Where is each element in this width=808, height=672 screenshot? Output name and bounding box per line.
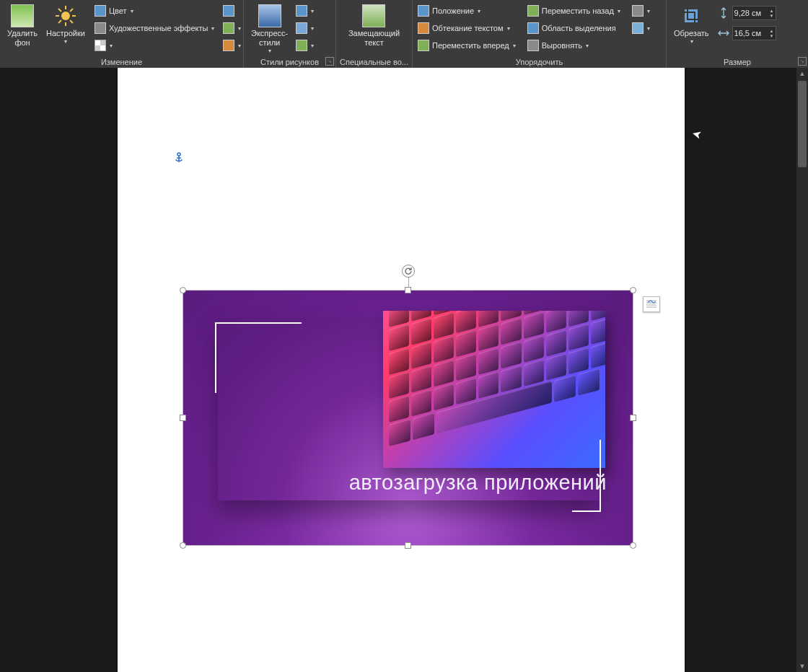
artistic-icon: [95, 22, 106, 34]
svg-line-7: [70, 9, 73, 12]
width-icon: [718, 27, 729, 39]
scroll-up-button[interactable]: ▲: [796, 68, 808, 79]
svg-rect-9: [685, 9, 698, 22]
rotate-button[interactable]: ▾: [630, 20, 652, 36]
vertical-scrollbar[interactable]: ▲ ▼: [796, 68, 808, 672]
group-icon: [632, 5, 644, 17]
picture-border-button[interactable]: ▾: [294, 3, 316, 19]
sun-icon: [55, 5, 76, 27]
document-area: автозагрузка приложений ▲ ▼ ➤: [0, 68, 808, 672]
anchor-icon: [174, 152, 184, 166]
wrap-text-button[interactable]: Обтекание текстом▾: [416, 20, 518, 36]
group-objects-button[interactable]: ▾: [630, 3, 652, 19]
styles-launcher[interactable]: ↘: [325, 57, 334, 66]
compress-icon: [223, 5, 234, 17]
rotate-handle[interactable]: [402, 265, 415, 278]
group-label-styles: Стили рисунков↘: [244, 56, 336, 68]
group-label-arrange: Упорядочить: [413, 56, 667, 68]
svg-line-5: [58, 9, 61, 12]
svg-point-10: [177, 153, 180, 156]
handle-l[interactable]: [180, 415, 186, 421]
group-accessibility: Замещающий текст: [336, 0, 413, 56]
crop-icon: [680, 5, 702, 27]
reset-picture-button[interactable]: ▾: [221, 37, 243, 53]
effects-icon: [296, 22, 307, 34]
align-icon: [527, 40, 539, 51]
svg-point-0: [61, 12, 70, 20]
handle-br[interactable]: [630, 542, 636, 549]
remove-bg-icon: [11, 4, 34, 27]
handle-bl[interactable]: [180, 542, 186, 549]
group-adjust: Удалить фон Настройки ▾: [0, 0, 244, 56]
scroll-thumb[interactable]: [798, 81, 807, 167]
mouse-cursor: ➤: [691, 127, 703, 143]
wrap-icon: [418, 22, 429, 34]
group-label-accessibility: Специальные во...: [336, 56, 413, 68]
position-icon: [418, 5, 429, 17]
remove-background-button[interactable]: Удалить фон: [3, 1, 42, 48]
height-spinner[interactable]: 9,28 см ▲▼: [732, 6, 776, 20]
rotate-icon: [632, 22, 644, 34]
crop-button[interactable]: Обрезать ▾: [669, 1, 713, 45]
layout-options-button[interactable]: [643, 296, 660, 312]
group-size: Обрезать ▾ 9,28 см ▲▼: [667, 0, 808, 56]
width-spinner[interactable]: 16,5 см ▲▼: [732, 26, 776, 40]
alt-text-button[interactable]: Замещающий текст: [344, 1, 404, 48]
color-button[interactable]: Цвет▾: [92, 3, 216, 19]
change-picture-button[interactable]: ▾: [221, 20, 243, 36]
selected-picture[interactable]: автозагрузка приложений: [183, 291, 633, 545]
alt-text-icon: [362, 4, 385, 27]
picture-content: автозагрузка приложений: [183, 291, 633, 545]
color-icon: [95, 5, 106, 17]
layout-icon: [296, 40, 307, 51]
send-backward-icon: [527, 5, 539, 17]
compress-pictures-button[interactable]: [221, 3, 243, 19]
send-backward-button[interactable]: Переместить назад▾: [525, 3, 623, 19]
svg-line-6: [70, 20, 73, 23]
selection-pane-button[interactable]: Область выделения: [525, 20, 623, 36]
quick-styles-icon: [258, 4, 281, 27]
ribbon: Удалить фон Настройки ▾: [0, 0, 808, 68]
group-arrange: Положение▾ Обтекание текстом▾ Переместит…: [413, 0, 667, 56]
group-label-adjust: Изменение: [0, 56, 244, 68]
handle-b[interactable]: [405, 542, 411, 549]
reset-icon: [223, 40, 234, 51]
bring-forward-button[interactable]: Переместить вперед▾: [416, 37, 518, 53]
handle-r[interactable]: [630, 415, 636, 421]
group-picture-styles: Экспресс- стили▾ ▾ ▾ ▾: [244, 0, 336, 56]
corrections-button[interactable]: Настройки ▾: [42, 1, 89, 45]
artistic-effects-button[interactable]: Художественные эффекты▾: [92, 20, 216, 36]
height-icon: [718, 7, 729, 19]
picture-caption: автозагрузка приложений: [349, 471, 607, 495]
svg-line-8: [58, 20, 61, 23]
scroll-down-button[interactable]: ▼: [796, 660, 808, 672]
selection-pane-icon: [527, 22, 539, 34]
size-launcher[interactable]: ↘: [798, 57, 807, 66]
change-picture-icon: [223, 22, 234, 34]
border-icon: [296, 5, 307, 17]
transparency-icon: [95, 40, 106, 51]
transparency-button[interactable]: ▾: [92, 37, 216, 53]
handle-tr[interactable]: [630, 287, 636, 293]
picture-effects-button[interactable]: ▾: [294, 20, 316, 36]
position-button[interactable]: Положение▾: [416, 3, 518, 19]
picture-layout-button[interactable]: ▾: [294, 37, 316, 53]
handle-t[interactable]: [405, 287, 411, 293]
bring-forward-icon: [418, 40, 429, 51]
group-label-size: Размер↘: [667, 56, 808, 68]
align-button[interactable]: Выровнять▾: [525, 37, 623, 53]
handle-tl[interactable]: [180, 287, 186, 293]
quick-styles-button[interactable]: Экспресс- стили▾: [247, 1, 292, 55]
